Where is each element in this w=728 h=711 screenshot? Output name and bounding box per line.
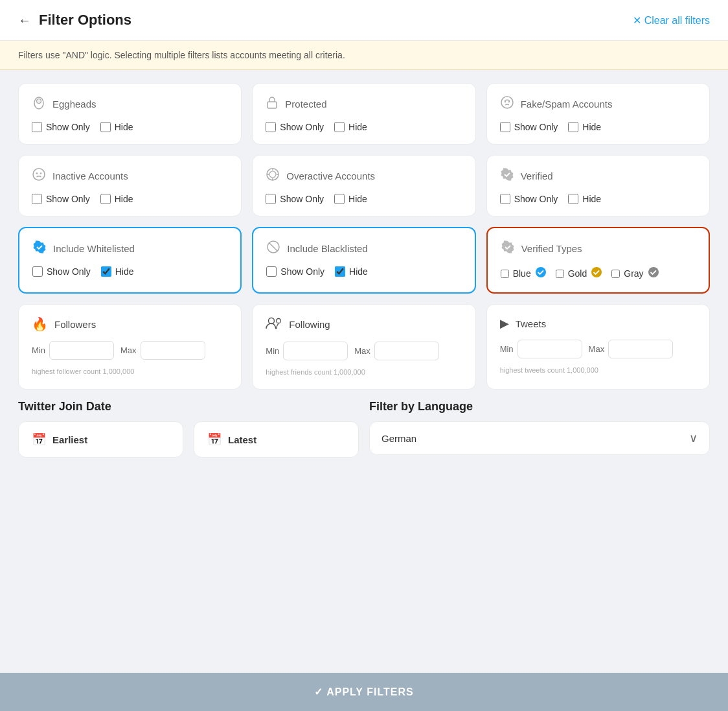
card-title-overactive: Overactive Accounts (266, 167, 462, 185)
following-max-group: Max (354, 342, 439, 360)
egg-icon (32, 95, 46, 113)
vtype-gray-label: Gray (624, 268, 643, 279)
protected-show-only-checkbox[interactable] (266, 122, 276, 132)
vtype-gray-checkbox[interactable] (611, 270, 620, 278)
whitelisted-hide-checkbox[interactable] (101, 266, 111, 277)
verified-types-icon (501, 240, 515, 257)
filter-card-eggheads: Eggheads Show Only Hide (18, 83, 242, 145)
overactive-show-only[interactable]: Show Only (266, 194, 324, 204)
followers-inputs: Min Max (32, 341, 228, 360)
vtype-blue-checkbox[interactable] (501, 270, 509, 278)
svg-point-18 (591, 267, 602, 277)
svg-rect-2 (267, 102, 277, 108)
apply-filters-button[interactable]: ✓ APPLY FILTERS (314, 686, 413, 698)
card-title-inactive: Inactive Accounts (32, 167, 228, 185)
protected-label: Protected (285, 99, 326, 110)
whitelisted-show-only-checkbox[interactable] (32, 266, 43, 277)
svg-point-4 (504, 101, 505, 102)
overactive-show-only-checkbox[interactable] (266, 194, 276, 204)
card-title-verified-types: Verified Types (501, 240, 696, 257)
tweets-min-input[interactable] (518, 340, 582, 358)
inactive-show-only-checkbox[interactable] (32, 194, 42, 204)
verified-label: Verified (521, 170, 553, 181)
tweets-min-group: Min (500, 340, 582, 358)
overactive-icon (266, 167, 280, 185)
range-title-following: Following (266, 316, 462, 332)
protected-show-only[interactable]: Show Only (266, 122, 324, 132)
following-min-input[interactable] (283, 342, 348, 360)
vtype-gold-checkbox[interactable] (556, 270, 564, 278)
back-button[interactable]: ← (18, 13, 31, 28)
tweets-label: Tweets (516, 318, 547, 329)
eggheads-show-only-checkbox[interactable] (32, 122, 42, 132)
filter-card-fake-spam: Fake/Spam Accounts Show Only Hide (486, 83, 710, 145)
earliest-date-card[interactable]: 📅 Earliest (18, 421, 183, 458)
filter-card-blacklisted: Include Blacklisted Show Only Hide (252, 227, 475, 294)
following-inputs: Min Max (266, 342, 462, 360)
eggheads-show-only[interactable]: Show Only (32, 122, 90, 132)
inactive-show-only[interactable]: Show Only (32, 194, 90, 204)
followers-min-input[interactable] (49, 341, 114, 360)
chevron-down-icon: ∨ (689, 431, 698, 445)
header-left: ← Filter Options (18, 12, 131, 29)
tweets-max-input[interactable] (608, 340, 673, 358)
whitelisted-show-only[interactable]: Show Only (32, 266, 91, 277)
verified-type-gray[interactable]: Gray (611, 266, 659, 281)
tweets-hint: highest tweets count 1,000,000 (500, 366, 598, 374)
verified-hide-checkbox[interactable] (568, 194, 578, 204)
svg-point-6 (33, 169, 45, 180)
followers-hint: highest follower count 1,000,000 (32, 367, 134, 375)
filter-card-verified: Verified Show Only Hide (486, 155, 710, 216)
verified-hide[interactable]: Hide (568, 194, 601, 204)
verified-types-options: Blue Gold (501, 266, 696, 281)
tweets-min-label: Min (500, 344, 514, 354)
svg-point-21 (277, 319, 281, 323)
clear-filters-button[interactable]: ✕ Clear all filters (633, 14, 710, 27)
following-max-input[interactable] (374, 342, 439, 360)
following-min-group: Min (266, 342, 348, 360)
blacklisted-hide[interactable]: Hide (335, 266, 368, 277)
overactive-hide[interactable]: Hide (334, 194, 367, 204)
following-label: Following (289, 319, 330, 330)
verified-type-blue[interactable]: Blue (501, 266, 547, 281)
filter-card-verified-types: Verified Types Blue (486, 227, 710, 294)
vtype-blue-label: Blue (513, 268, 531, 279)
svg-point-1 (37, 99, 41, 104)
protected-hide-checkbox[interactable] (334, 122, 345, 132)
fake-spam-show-only[interactable]: Show Only (500, 122, 558, 132)
footer[interactable]: ✓ APPLY FILTERS (0, 673, 728, 711)
page-title: Filter Options (39, 12, 131, 29)
verified-show-only[interactable]: Show Only (500, 194, 558, 204)
fake-spam-hide-checkbox[interactable] (568, 122, 578, 132)
fake-spam-hide[interactable]: Hide (568, 122, 601, 132)
inactive-hide-checkbox[interactable] (100, 194, 111, 204)
verified-show-only-checkbox[interactable] (500, 194, 510, 204)
inactive-options: Show Only Hide (32, 194, 228, 204)
tweets-max-label: Max (589, 344, 605, 354)
card-title-blacklisted: Include Blacklisted (266, 240, 461, 257)
blacklisted-show-only-checkbox[interactable] (266, 266, 277, 277)
inactive-icon (32, 167, 46, 185)
followers-label: Followers (54, 319, 96, 330)
inactive-label: Inactive Accounts (52, 170, 128, 181)
language-select[interactable]: German ∨ (369, 421, 710, 455)
protected-hide[interactable]: Hide (334, 122, 367, 132)
info-banner: Filters use "AND" logic. Selecting multi… (0, 41, 728, 70)
followers-min-label: Min (32, 345, 45, 355)
inactive-hide[interactable]: Hide (100, 194, 133, 204)
followers-max-input[interactable] (141, 341, 205, 360)
eggheads-hide-checkbox[interactable] (100, 122, 111, 132)
whitelisted-hide[interactable]: Hide (101, 266, 134, 277)
range-filters: 🔥 Followers Min Max highest follower cou… (18, 304, 710, 390)
tweets-icon: ▶ (500, 316, 509, 331)
language-section-label: Filter by Language (369, 400, 710, 414)
overactive-hide-checkbox[interactable] (334, 194, 345, 204)
eggheads-hide[interactable]: Hide (100, 122, 133, 132)
fake-spam-show-only-checkbox[interactable] (500, 122, 510, 132)
verified-type-gold[interactable]: Gold (556, 266, 603, 281)
blacklisted-show-only[interactable]: Show Only (266, 266, 324, 277)
filter-card-overactive: Overactive Accounts Show Only Hide (252, 155, 475, 216)
latest-date-card[interactable]: 📅 Latest (194, 421, 359, 458)
blacklisted-hide-checkbox[interactable] (335, 266, 345, 277)
earliest-calendar-icon: 📅 (32, 432, 46, 447)
